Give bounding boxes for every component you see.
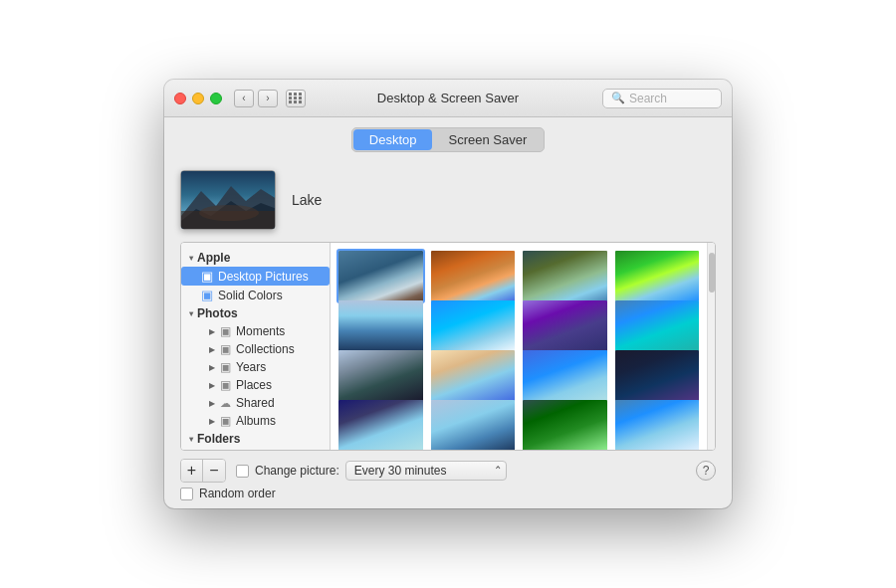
bottom-row-1: + − Change picture: Every 30 minutes Eve… xyxy=(180,459,716,483)
sidebar-item-years-label: Years xyxy=(236,360,266,374)
thumbnail-10[interactable] xyxy=(429,348,518,403)
body-area: ▾ Apple ▣ Desktop Pictures ▣ Solid Color… xyxy=(180,242,716,451)
thumbnail-12[interactable] xyxy=(613,348,702,403)
thumb-img-12 xyxy=(615,350,700,401)
folder-icon-years: ▣ xyxy=(220,360,231,374)
back-button[interactable]: ‹ xyxy=(234,90,254,107)
sidebar-section-apple[interactable]: ▾ Apple xyxy=(181,249,330,267)
thumbnail-13[interactable] xyxy=(336,398,425,450)
thumb-img-9 xyxy=(338,350,423,401)
thumbnail-16[interactable] xyxy=(613,398,702,450)
thumb-img-14 xyxy=(431,400,516,450)
preview-label: Lake xyxy=(292,192,322,208)
chevron-collections-icon: ▶ xyxy=(209,345,215,354)
expand-icon-3: ▾ xyxy=(189,435,193,444)
sidebar-item-shared[interactable]: ▶ ☁ Shared xyxy=(181,394,330,412)
thumbnail-4[interactable] xyxy=(613,249,702,303)
tab-desktop[interactable]: Desktop xyxy=(353,129,433,150)
thumbnail-8[interactable] xyxy=(613,298,702,353)
thumbnail-15[interactable] xyxy=(521,398,609,450)
bottom-controls: + − Change picture: Every 30 minutes Eve… xyxy=(180,451,716,508)
sidebar-section-apple-label: Apple xyxy=(197,251,230,265)
folder-icon-collections: ▣ xyxy=(220,342,231,356)
folder-icon-albums: ▣ xyxy=(220,414,231,428)
change-picture-row: Change picture: Every 30 minutes Every 5… xyxy=(236,461,507,481)
image-grid xyxy=(331,243,707,450)
sidebar-item-shared-label: Shared xyxy=(236,396,275,410)
thumb-img-5 xyxy=(338,300,423,351)
chevron-years-icon: ▶ xyxy=(209,363,215,372)
sidebar-item-pictures[interactable]: ▣ Pictures xyxy=(181,448,330,450)
sidebar-item-places[interactable]: ▶ ▣ Places xyxy=(181,376,330,394)
sidebar-item-desktop-pictures[interactable]: ▣ Desktop Pictures xyxy=(181,267,330,286)
help-button[interactable]: ? xyxy=(696,461,716,481)
folder-icon-moments: ▣ xyxy=(220,324,231,338)
scrollbar-thumb[interactable] xyxy=(709,253,715,293)
thumb-img-2 xyxy=(431,251,516,301)
thumbnail-7[interactable] xyxy=(521,298,609,353)
expand-icon-2: ▾ xyxy=(189,309,193,318)
scrollbar-track[interactable] xyxy=(707,243,715,450)
add-remove-buttons: + − xyxy=(180,459,226,483)
close-button[interactable] xyxy=(174,93,186,104)
thumbnail-9[interactable] xyxy=(336,348,425,403)
add-button[interactable]: + xyxy=(181,460,203,482)
sidebar-item-moments-label: Moments xyxy=(236,324,285,338)
random-order-checkbox[interactable] xyxy=(180,488,193,500)
search-icon: 🔍 xyxy=(611,92,625,104)
chevron-albums-icon: ▶ xyxy=(209,417,215,426)
sidebar-section-folders[interactable]: ▾ Folders xyxy=(181,430,330,448)
traffic-lights xyxy=(174,93,222,104)
folder-blue-icon-2: ▣ xyxy=(201,288,213,302)
thumbnail-2[interactable] xyxy=(429,249,518,303)
thumbnail-3[interactable] xyxy=(521,249,609,303)
chevron-places-icon: ▶ xyxy=(209,381,215,390)
chevron-shared-icon: ▶ xyxy=(209,399,215,408)
sidebar-item-collections[interactable]: ▶ ▣ Collections xyxy=(181,340,330,358)
sidebar-item-places-label: Places xyxy=(236,378,272,392)
thumbnail-1[interactable] xyxy=(336,249,425,303)
forward-button[interactable]: › xyxy=(258,90,278,107)
grid-view-button[interactable] xyxy=(286,90,306,107)
sidebar-item-solid-colors-label: Solid Colors xyxy=(218,289,283,302)
search-placeholder: Search xyxy=(629,92,667,105)
sidebar-item-years[interactable]: ▶ ▣ Years xyxy=(181,358,330,376)
tab-toolbar: Desktop Screen Saver xyxy=(164,117,732,160)
thumbnail-6[interactable] xyxy=(429,298,518,353)
thumb-img-13 xyxy=(338,400,423,450)
change-picture-dropdown-container: Every 30 minutes Every 5 seconds Every 1… xyxy=(345,461,507,481)
sidebar-item-moments[interactable]: ▶ ▣ Moments xyxy=(181,322,330,340)
sidebar-section-photos-label: Photos xyxy=(197,306,238,320)
main-content: Lake ▾ Apple ▣ Desktop Pictures ▣ Solid … xyxy=(164,160,732,508)
thumb-img-7 xyxy=(523,300,607,351)
change-picture-checkbox[interactable] xyxy=(236,465,249,478)
thumbnail-5[interactable] xyxy=(336,298,425,353)
chevron-moments-icon: ▶ xyxy=(209,327,215,336)
svg-point-4 xyxy=(199,205,259,221)
change-picture-dropdown[interactable]: Every 30 minutes Every 5 seconds Every 1… xyxy=(345,461,507,481)
sidebar: ▾ Apple ▣ Desktop Pictures ▣ Solid Color… xyxy=(181,243,331,450)
cloud-icon: ☁ xyxy=(220,397,231,410)
sidebar-item-desktop-pictures-label: Desktop Pictures xyxy=(218,270,309,284)
sidebar-section-photos[interactable]: ▾ Photos xyxy=(181,304,330,322)
folder-icon-places: ▣ xyxy=(220,378,231,392)
search-box[interactable]: 🔍 Search xyxy=(602,89,722,108)
tab-group: Desktop Screen Saver xyxy=(351,127,545,152)
remove-button[interactable]: − xyxy=(203,460,225,482)
tab-screen-saver[interactable]: Screen Saver xyxy=(432,129,543,150)
thumbnail-11[interactable] xyxy=(521,348,609,403)
thumbnail-14[interactable] xyxy=(429,398,518,450)
main-window: ‹ › Desktop & Screen Saver 🔍 Search Desk… xyxy=(164,80,732,508)
random-order-row: Random order xyxy=(180,487,716,500)
sidebar-item-solid-colors[interactable]: ▣ Solid Colors xyxy=(181,286,330,304)
sidebar-item-albums[interactable]: ▶ ▣ Albums xyxy=(181,412,330,430)
minimize-button[interactable] xyxy=(192,93,204,104)
thumb-img-4 xyxy=(615,251,700,301)
window-title: Desktop & Screen Saver xyxy=(377,91,519,105)
titlebar: ‹ › Desktop & Screen Saver 🔍 Search xyxy=(164,80,732,117)
thumb-img-3 xyxy=(523,251,607,301)
preview-image xyxy=(180,170,276,230)
sidebar-section-folders-label: Folders xyxy=(197,432,240,446)
expand-icon: ▾ xyxy=(189,254,193,263)
maximize-button[interactable] xyxy=(210,93,222,104)
